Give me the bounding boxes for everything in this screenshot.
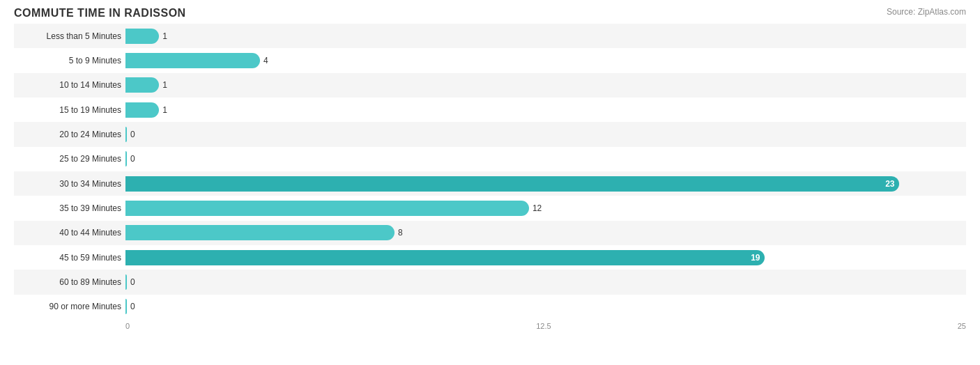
bar: 0 — [125, 151, 127, 166]
chart-title: COMMUTE TIME IN RADISSON — [14, 7, 966, 20]
bar-row: 10 to 14 Minutes1 — [14, 73, 966, 98]
bar-row: 40 to 44 Minutes8 — [14, 221, 966, 245]
bar-row: Less than 5 Minutes1 — [14, 24, 966, 48]
bar-row: 20 to 24 Minutes0 — [14, 122, 966, 146]
bar-track: 4 — [125, 48, 966, 72]
bar-value-label: 12 — [533, 203, 542, 213]
bar-label: 30 to 34 Minutes — [14, 179, 125, 189]
bar-label: 5 to 9 Minutes — [14, 56, 125, 65]
bar: 0 — [125, 274, 127, 290]
bar-track: 8 — [125, 221, 966, 245]
bar-label: 60 to 89 Minutes — [14, 277, 125, 287]
bar-value-label: 1 — [162, 105, 167, 115]
bar-label: 35 to 39 Minutes — [14, 203, 125, 213]
bar-value-label: 23 — [885, 179, 894, 189]
bar: 4 — [125, 53, 260, 68]
bar: 1 — [125, 29, 159, 44]
bar-label: 25 to 29 Minutes — [14, 154, 125, 164]
bar: 0 — [125, 299, 127, 314]
bar-track: 23 — [125, 171, 966, 196]
bar-track: 0 — [125, 270, 966, 294]
bar: 19 — [125, 250, 765, 265]
bar-label: 40 to 44 Minutes — [14, 228, 125, 238]
bar-track: 0 — [125, 122, 966, 146]
bar-value-label: 0 — [130, 277, 135, 287]
bar-row: 45 to 59 Minutes19 — [14, 245, 966, 270]
bar-track: 1 — [125, 24, 966, 48]
bar-row: 5 to 9 Minutes4 — [14, 48, 966, 72]
x-axis-tick: 0 — [125, 322, 130, 330]
bar-row: 60 to 89 Minutes0 — [14, 270, 966, 294]
bar-label: 20 to 24 Minutes — [14, 130, 125, 139]
bar-value-label: 1 — [162, 31, 167, 41]
bar-label: 15 to 19 Minutes — [14, 105, 125, 115]
bar-row: 90 or more Minutes0 — [14, 295, 966, 319]
bar: 23 — [125, 176, 899, 192]
bar: 1 — [125, 102, 159, 118]
chart-container: COMMUTE TIME IN RADISSON Source: ZipAtla… — [0, 0, 980, 365]
bar: 12 — [125, 201, 529, 216]
bar-track: 1 — [125, 98, 966, 122]
bar: 0 — [125, 127, 127, 142]
bar-row: 30 to 34 Minutes23 — [14, 171, 966, 196]
bar-label: Less than 5 Minutes — [14, 31, 125, 41]
x-axis-tick: 12.5 — [536, 322, 551, 330]
bar-value-label: 0 — [130, 154, 135, 164]
bar-track: 0 — [125, 295, 966, 319]
source-text: Source: ZipAtlas.com — [887, 7, 966, 17]
bar-label: 10 to 14 Minutes — [14, 80, 125, 90]
bar-label: 45 to 59 Minutes — [14, 253, 125, 263]
x-axis: 012.525 — [14, 322, 966, 330]
bar-value-label: 0 — [130, 130, 135, 139]
bar-value-label: 8 — [398, 228, 403, 238]
bar-track: 0 — [125, 147, 966, 171]
bar-row: 15 to 19 Minutes1 — [14, 98, 966, 122]
bar-label: 90 or more Minutes — [14, 302, 125, 311]
bar-row: 35 to 39 Minutes12 — [14, 196, 966, 220]
bar-track: 19 — [125, 245, 966, 270]
bar-value-label: 0 — [130, 302, 135, 311]
x-axis-tick: 25 — [958, 322, 966, 330]
bar-track: 12 — [125, 196, 966, 220]
bar-value-label: 19 — [751, 253, 760, 263]
bar: 1 — [125, 77, 159, 93]
bar-track: 1 — [125, 73, 966, 98]
bar: 8 — [125, 225, 395, 240]
bar-value-label: 4 — [263, 56, 268, 65]
bar-row: 25 to 29 Minutes0 — [14, 147, 966, 171]
bar-value-label: 1 — [162, 80, 167, 90]
chart-area: Less than 5 Minutes15 to 9 Minutes410 to… — [14, 24, 966, 319]
